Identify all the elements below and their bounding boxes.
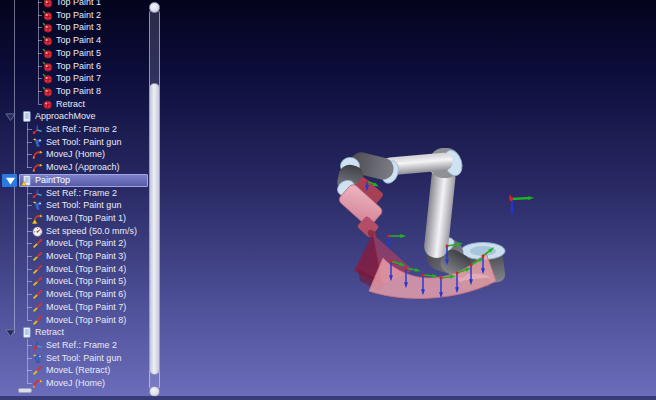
tree-item-label: MoveJ (Approach)	[46, 161, 120, 174]
tree-item-label: MoveL (Top Paint 5)	[46, 275, 126, 288]
settool-icon	[32, 353, 43, 364]
target-paint-icon	[42, 35, 53, 46]
scroll-up-button[interactable]	[149, 2, 160, 13]
collapse-triangle-icon[interactable]	[5, 111, 16, 122]
tree-item-label: Set Ref.: Frame 2	[46, 123, 117, 136]
movej-icon	[32, 378, 43, 389]
tree-item-set-ref-frame-2-instruction[interactable]: Set Ref.: Frame 2	[0, 339, 148, 352]
movel-icon	[32, 289, 43, 300]
collapse-triangle-icon[interactable]	[5, 327, 16, 338]
tree-item-top-paint-3[interactable]: Top Paint 3	[0, 21, 148, 34]
tree-item-label: MoveL (Top Paint 2)	[46, 237, 126, 250]
tree-item-label: MoveL (Retract)	[46, 364, 110, 377]
movej-icon	[32, 149, 43, 160]
tree-item-set-ref-frame-2-instruction[interactable]: Set Ref.: Frame 2	[0, 123, 148, 136]
program-icon	[21, 327, 32, 338]
movel-icon	[32, 302, 43, 313]
movej-icon	[32, 162, 43, 173]
tree-item-retract[interactable]: Retract	[0, 326, 148, 339]
tree-item-label: PaintTop	[35, 174, 70, 187]
tree-item-label: Retract	[35, 326, 64, 339]
settool-icon	[32, 137, 43, 148]
program-icon	[21, 111, 32, 122]
tree-item-label: Set Tool: Paint gun	[46, 136, 121, 149]
tree-item-label: MoveL (Top Paint 8)	[46, 314, 126, 327]
target-paint-icon	[42, 61, 53, 72]
robot-simulation-window: Top Paint 1Top Paint 2Top Paint 3Top Pai…	[0, 0, 656, 400]
tree-item-retract[interactable]: Retract	[0, 98, 148, 111]
setref-icon	[32, 340, 43, 351]
tree-horizontal-scrollbar[interactable]	[18, 388, 32, 393]
tree-item-set-tool-paint-gun-instruction[interactable]: Set Tool: Paint gun	[0, 136, 148, 149]
movel-icon	[32, 251, 43, 262]
tree-vertical-scrollbar[interactable]	[148, 0, 162, 400]
tree-item-label: Top Paint 7	[56, 72, 101, 85]
tree-item-label: Set speed (50.0 mm/s)	[46, 225, 137, 238]
tree-item-movel-top-paint-8-instruction[interactable]: MoveL (Top Paint 8)	[0, 314, 148, 327]
tree-item-label: Set Ref.: Frame 2	[46, 187, 117, 200]
setref-icon	[32, 188, 43, 199]
program-warn-icon	[21, 175, 32, 186]
speed-icon	[32, 226, 43, 237]
reference-frame-axes[interactable]	[509, 195, 534, 215]
tree-item-top-paint-7[interactable]: Top Paint 7	[0, 72, 148, 85]
target-paint-icon	[42, 10, 53, 21]
tree-item-label: Top Paint 8	[56, 85, 101, 98]
tree-item-label: MoveL (Top Paint 6)	[46, 288, 126, 301]
target-paint-icon	[42, 73, 53, 84]
collapse-triangle-icon[interactable]	[5, 175, 16, 186]
target-paint-icon	[42, 22, 53, 33]
tree-item-label: Top Paint 5	[56, 47, 101, 60]
movej-warn-icon	[32, 213, 43, 224]
tree-item-painttop[interactable]: PaintTop	[0, 174, 148, 187]
tree-item-movel-top-paint-3-instruction[interactable]: MoveL (Top Paint 3)	[0, 250, 148, 263]
tree-item-label: MoveL (Top Paint 7)	[46, 301, 126, 314]
tree-item-set-tool-paint-gun-instruction[interactable]: Set Tool: Paint gun	[0, 352, 148, 365]
tree-item-movej-home-instruction[interactable]: MoveJ (Home)	[0, 148, 148, 161]
target-paint-icon	[42, 0, 53, 8]
station-tree: Top Paint 1Top Paint 2Top Paint 3Top Pai…	[0, 0, 162, 400]
tree-item-label: MoveL (Top Paint 4)	[46, 263, 126, 276]
tree-item-label: Set Tool: Paint gun	[46, 352, 121, 365]
tree-item-movel-top-paint-7-instruction[interactable]: MoveL (Top Paint 7)	[0, 301, 148, 314]
movel-icon	[32, 365, 43, 376]
tree-item-movej-approach-instruction[interactable]: MoveJ (Approach)	[0, 161, 148, 174]
tree-item-movej-top-paint-1-instruction[interactable]: MoveJ (Top Paint 1)	[0, 212, 148, 225]
tree-item-top-paint-1[interactable]: Top Paint 1	[0, 0, 148, 9]
scrollbar-thumb[interactable]	[149, 83, 160, 375]
tree-item-label: Top Paint 3	[56, 21, 101, 34]
target-frame[interactable]	[387, 234, 406, 248]
tree-item-label: Top Paint 2	[56, 9, 101, 22]
tree-item-movel-top-paint-6-instruction[interactable]: MoveL (Top Paint 6)	[0, 288, 148, 301]
settool-icon	[32, 200, 43, 211]
target-paint-icon	[42, 86, 53, 97]
tree-item-label: Top Paint 6	[56, 60, 101, 73]
tree-item-label: ApproachMove	[35, 110, 96, 123]
tree-item-movel-top-paint-2-instruction[interactable]: MoveL (Top Paint 2)	[0, 237, 148, 250]
tree-item-label: MoveL (Top Paint 3)	[46, 250, 126, 263]
tree-item-top-paint-8[interactable]: Top Paint 8	[0, 85, 148, 98]
setref-icon	[32, 124, 43, 135]
tree-item-approachmove[interactable]: ApproachMove	[0, 110, 148, 123]
tree-item-movel-top-paint-4-instruction[interactable]: MoveL (Top Paint 4)	[0, 263, 148, 276]
target-paint-icon	[42, 48, 53, 59]
tree-item-movel-retract-instruction[interactable]: MoveL (Retract)	[0, 364, 148, 377]
tree-item-label: Set Tool: Paint gun	[46, 199, 121, 212]
tree-item-label: MoveJ (Top Paint 1)	[46, 212, 126, 225]
tree-item-label: MoveJ (Home)	[46, 148, 105, 161]
tree-item-set-speed-50-0-mm-s-instruction[interactable]: Set speed (50.0 mm/s)	[0, 225, 148, 238]
tree-item-top-paint-5[interactable]: Top Paint 5	[0, 47, 148, 60]
tree-item-set-tool-paint-gun-instruction[interactable]: Set Tool: Paint gun	[0, 199, 148, 212]
tree-item-top-paint-4[interactable]: Top Paint 4	[0, 34, 148, 47]
tree-item-label: Set Ref.: Frame 2	[46, 339, 117, 352]
tree-item-label: Top Paint 1	[56, 0, 101, 9]
tree-item-top-paint-2[interactable]: Top Paint 2	[0, 9, 148, 22]
tree-item-label: Top Paint 4	[56, 34, 101, 47]
target-icon	[42, 99, 53, 110]
movel-icon	[32, 276, 43, 287]
tree-item-movel-top-paint-5-instruction[interactable]: MoveL (Top Paint 5)	[0, 275, 148, 288]
movel-icon	[32, 238, 43, 249]
tree-item-top-paint-6[interactable]: Top Paint 6	[0, 60, 148, 73]
tree-item-set-ref-frame-2-instruction[interactable]: Set Ref.: Frame 2	[0, 187, 148, 200]
tree-item-label: MoveJ (Home)	[46, 377, 105, 390]
